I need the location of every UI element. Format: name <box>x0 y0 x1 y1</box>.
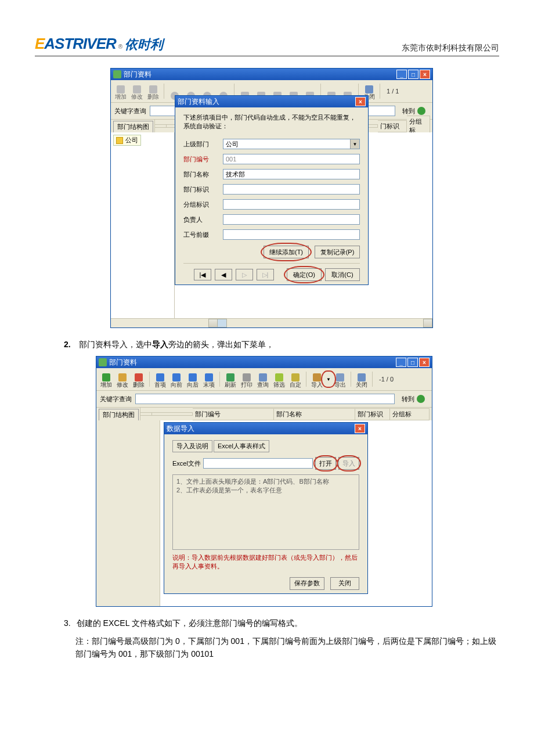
label-owner: 负责人 <box>183 215 218 224</box>
toolbar: 增加 修改 删除 首项 向前 向后 末项 刷新 打印 查询 筛选 自定 导入 ▼ <box>96 368 432 391</box>
window-dept-info-2: 部门资料 _ □ × 增加 修改 删除 首项 向前 向后 末项 刷新 打印 查询… <box>96 356 432 607</box>
modal-dept-input: 部门资料输入 × 下述所填项目中，部门代码自动生成，不能为空且不能重复，系统自动… <box>175 95 369 285</box>
window-title: 部门资料 <box>109 358 137 368</box>
scroll-left-button[interactable] <box>208 319 218 327</box>
import-warning: 说明：导入数据前先根据数据建好部门表（或先导入部门），然后再导入人事资料。 <box>172 553 359 571</box>
col-dept-flag[interactable]: 门标识 <box>378 120 407 132</box>
search-button[interactable]: 查询 <box>255 370 270 388</box>
nav-next-button[interactable]: ▷ <box>236 269 253 280</box>
modal-title: 数据导入 <box>167 424 194 434</box>
tab-dept-tree[interactable]: 部门结构图 <box>113 121 153 132</box>
goto-button[interactable]: 转到 <box>398 393 428 405</box>
caption-3: 3.创建的 EXCEL 文件格式如下，必须注意部门编号的编写格式。 <box>64 618 499 629</box>
page-indicator: -1 / 0 <box>376 376 397 383</box>
scroll-thumb[interactable] <box>218 319 227 327</box>
edit-button[interactable]: 修改 <box>129 82 145 100</box>
close-button[interactable]: × <box>420 70 430 79</box>
folder-icon <box>116 137 123 144</box>
chevron-down-icon[interactable]: ▼ <box>350 139 359 149</box>
import-file-button[interactable]: 导入 <box>338 457 359 470</box>
label-dept-flag: 部门标识 <box>183 185 218 194</box>
titlebar[interactable]: 部门资料 _ □ × <box>111 69 432 80</box>
label-prefix: 工号前缀 <box>183 231 218 239</box>
print-button[interactable]: 打印 <box>239 370 254 388</box>
titlebar[interactable]: 部门资料 _ □ × <box>96 357 432 368</box>
modal-titlebar[interactable]: 数据导入 × <box>164 423 367 434</box>
maximize-button[interactable]: □ <box>407 358 418 367</box>
input-prefix[interactable] <box>223 229 360 240</box>
logo-mark-e: E <box>35 35 44 52</box>
logo-mark-en: ASTRIVER <box>44 35 116 52</box>
copy-record-button[interactable]: 复制记录(P) <box>315 246 360 258</box>
continue-add-button[interactable]: 继续添加(T) <box>264 246 309 258</box>
nav-last-button[interactable]: ▷| <box>257 269 274 280</box>
modal-titlebar[interactable]: 部门资料输入 × <box>175 96 368 107</box>
tree-pane: 公司 <box>111 132 175 318</box>
cancel-button[interactable]: 取消(C) <box>325 268 360 281</box>
tab-excel-format[interactable]: Excel人事表样式 <box>214 440 269 452</box>
combo-parent-dept[interactable]: 公司 ▼ <box>223 139 360 149</box>
goto-button[interactable]: 转到 <box>399 105 429 117</box>
col-group-flag[interactable]: 分组标 <box>390 408 430 420</box>
input-owner[interactable] <box>223 214 360 225</box>
prev-button[interactable]: 向前 <box>169 370 184 388</box>
input-dept-flag[interactable] <box>223 184 360 195</box>
scroll-right-button[interactable] <box>423 319 432 327</box>
input-group-flag[interactable] <box>223 199 360 210</box>
save-params-button[interactable]: 保存参数 <box>290 577 324 590</box>
input-excel-file[interactable] <box>203 458 313 469</box>
open-file-button[interactable]: 打开 <box>315 457 336 470</box>
input-dept-name[interactable]: 技术部 <box>223 169 360 179</box>
close-tool-button[interactable]: 关闭 <box>354 370 369 388</box>
add-button[interactable]: 增加 <box>99 370 114 388</box>
close-modal-button[interactable]: 关闭 <box>330 577 359 590</box>
next-button[interactable]: 向后 <box>185 370 200 388</box>
search-label: 关键字查询 <box>100 395 132 404</box>
import-dropdown-arrow[interactable]: ▼ <box>326 370 331 388</box>
notes-3: 注：部门编号最高级部门为 0，下属部门为 001，下属部门编号前面为上级部门编号… <box>75 635 499 661</box>
col-dept-flag[interactable]: 部门标识 <box>355 408 390 420</box>
modal-data-import: 数据导入 × 导入及说明 Excel人事表样式 Excel文件 打开 <box>164 422 368 594</box>
arrow-right-icon <box>417 395 425 403</box>
window-title: 部门资料 <box>124 70 151 80</box>
col-dept-code[interactable]: 部门编号 <box>193 408 274 420</box>
arrow-right-icon <box>417 107 425 115</box>
tree-pane <box>96 420 160 606</box>
label-dept-name: 部门名称 <box>183 170 218 179</box>
maximize-button[interactable]: □ <box>408 70 418 79</box>
combo-value: 公司 <box>226 140 239 149</box>
tab-dept-tree[interactable]: 部门结构图 <box>99 409 139 420</box>
logo-cn: 依时利 <box>125 36 163 53</box>
search-label: 关键字查询 <box>114 107 146 116</box>
export-button[interactable]: 导出 <box>333 370 348 388</box>
search-input[interactable] <box>135 394 395 404</box>
first-button[interactable]: 首项 <box>153 370 168 388</box>
delete-button[interactable]: 删除 <box>131 370 146 388</box>
edit-button[interactable]: 修改 <box>115 370 130 388</box>
import-button[interactable]: 导入 <box>309 370 324 388</box>
col-dept-name[interactable]: 部门名称 <box>274 408 355 420</box>
nav-prev-button[interactable]: ◀ <box>215 269 232 280</box>
add-button[interactable]: 增加 <box>113 82 128 100</box>
tab-import-desc[interactable]: 导入及说明 <box>172 440 212 452</box>
import-note-1: 1、文件上面表头顺序必须是：A部门代码、B部门名称 <box>176 477 355 486</box>
modal-hint: 下述所填项目中，部门代码自动生成，不能为空且不能重复，系统自动验证： <box>183 113 360 131</box>
import-notes-box: 1、文件上面表头顺序必须是：A部门代码、B部门名称 2、工作表必须是第一个，表名… <box>172 474 359 550</box>
search-row: 关键字查询 转到 <box>96 391 432 408</box>
filter-button[interactable]: 筛选 <box>272 370 287 388</box>
nav-first-button[interactable]: |◀ <box>194 269 211 280</box>
ok-button[interactable]: 确定(O) <box>287 268 322 281</box>
tree-node-company[interactable]: 公司 <box>113 135 141 146</box>
close-button[interactable]: × <box>419 358 430 367</box>
modal-close-button[interactable]: × <box>355 424 365 433</box>
modal-close-button[interactable]: × <box>355 97 366 106</box>
minimize-button[interactable]: _ <box>396 358 406 367</box>
caption-2: 2. 部门资料导入，选中导入旁边的箭头，弹出如下菜单， <box>64 340 499 350</box>
delete-button[interactable]: 删除 <box>146 82 161 100</box>
last-button[interactable]: 末项 <box>201 370 217 388</box>
refresh-button[interactable]: 刷新 <box>223 370 238 388</box>
registered-icon: ® <box>118 44 122 50</box>
label-dept-code: 部门编号 <box>183 155 218 164</box>
minimize-button[interactable]: _ <box>396 70 407 79</box>
custom-button[interactable]: 自定 <box>288 370 303 388</box>
